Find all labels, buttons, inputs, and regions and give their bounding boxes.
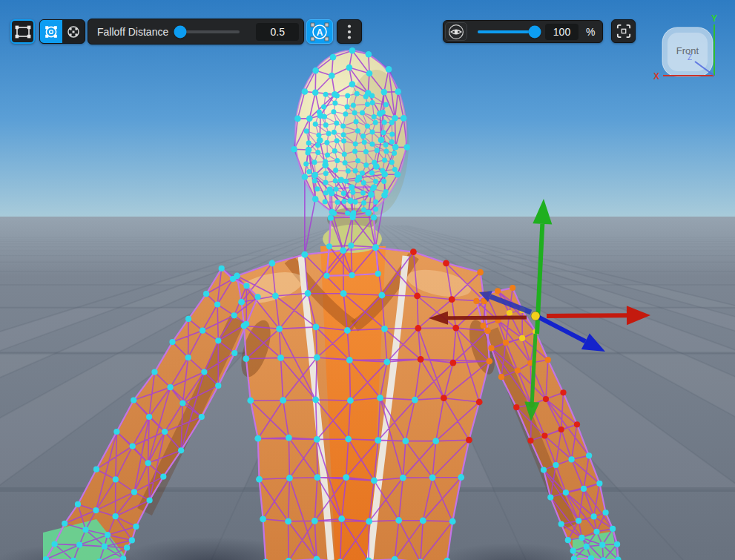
falloff-value-input[interactable]: 0.5 (256, 23, 299, 41)
view-cube-face-label: Front (676, 45, 699, 56)
3d-scene[interactable]: Y X Z Front (0, 0, 735, 560)
overflow-menu-button[interactable] (337, 19, 362, 44)
falloff-distance-slider[interactable] (174, 30, 240, 33)
box-select-tool-button[interactable] (10, 19, 35, 44)
visibility-eye-icon (447, 23, 465, 41)
sphere-select-tool-button[interactable] (62, 20, 85, 43)
y-axis-label: Y (711, 13, 717, 24)
opacity-value-input[interactable]: 100 (545, 24, 579, 40)
auto-falloff-icon: A (310, 22, 329, 42)
falloff-panel: Falloff Distance 0.5 (88, 19, 304, 45)
falloff-distance-label: Falloff Distance (88, 26, 168, 38)
sphere-select-icon (66, 25, 81, 39)
viewport[interactable]: Y X Z Front Falloff Distance 0.5 (0, 0, 735, 560)
kebab-menu-icon (346, 24, 352, 40)
select-mode-group (39, 19, 85, 44)
marquee-select-icon (15, 25, 31, 39)
circle-select-icon (44, 25, 59, 39)
visibility-panel: 100 % (443, 20, 603, 43)
x-axis-label: X (653, 71, 659, 82)
visibility-toggle-button[interactable] (445, 22, 467, 41)
circle-select-tool-button[interactable] (40, 20, 62, 43)
falloff-slider-thumb[interactable] (174, 25, 187, 38)
auto-falloff-button[interactable]: A (306, 19, 333, 44)
focus-frame-icon (616, 24, 631, 39)
auto-letter: A (317, 27, 323, 37)
opacity-slider-thumb[interactable] (529, 25, 541, 38)
opacity-slider-fill (478, 30, 535, 33)
percent-label: % (586, 26, 595, 38)
focus-view-button[interactable] (611, 19, 636, 43)
opacity-slider[interactable] (478, 30, 538, 33)
